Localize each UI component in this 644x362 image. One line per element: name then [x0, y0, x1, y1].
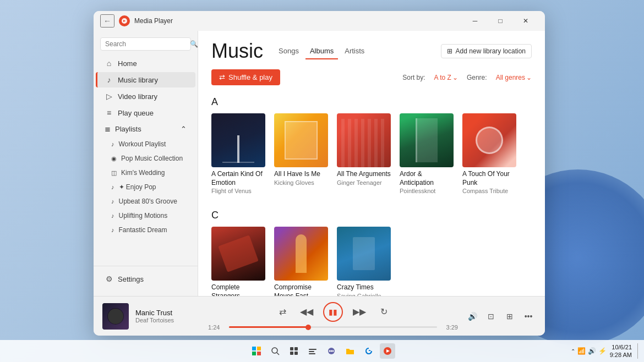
- previous-button[interactable]: ◀◀: [299, 304, 314, 320]
- cover-art: [274, 227, 328, 281]
- svg-point-15: [329, 350, 331, 352]
- taskview-button[interactable]: [286, 343, 302, 359]
- playlist-label: Fantastic Dream: [119, 226, 167, 234]
- album-card[interactable]: All The Arguments Ginger Teenager: [337, 113, 391, 194]
- genre-value-button[interactable]: All genres ⌄: [496, 74, 532, 81]
- album-artist: Compass Tribute: [462, 188, 516, 194]
- now-playing-controls-area: ⇄ ◀◀ ▮▮ ▶▶ ↻ 1:24 3:29: [208, 302, 458, 331]
- volume-icon[interactable]: 🔊: [588, 347, 596, 355]
- album-artist: Ginger Teenager: [337, 179, 391, 186]
- album-title: Crazy Times: [337, 283, 391, 292]
- album-artist: Kicking Gloves: [274, 179, 328, 186]
- shuffle-play-button[interactable]: ⇄ Shuffle & play: [211, 69, 280, 85]
- album-card[interactable]: Complete Strangers Corbin Revival: [211, 227, 265, 296]
- next-button[interactable]: ▶▶: [352, 304, 367, 320]
- sidebar-item-settings[interactable]: ⚙ Settings: [96, 271, 195, 287]
- now-playing-track-info: Manic Trust Deaf Tortoises: [135, 309, 201, 323]
- edge-button[interactable]: [361, 343, 376, 359]
- search-box[interactable]: 🔍: [100, 37, 191, 51]
- sort-value-button[interactable]: A to Z ⌄: [434, 74, 458, 81]
- album-title: Compromise Moves Fast: [274, 283, 328, 296]
- album-card[interactable]: A Certain Kind Of Emotion Flight of Venu…: [211, 113, 265, 194]
- cast-button[interactable]: ⊡: [483, 309, 499, 324]
- album-title: All I Have Is Me: [274, 170, 328, 179]
- repeat-button[interactable]: ↻: [376, 304, 391, 320]
- chat-button[interactable]: [324, 343, 339, 359]
- album-card[interactable]: Compromise Moves Fast Pete Brown: [274, 227, 328, 296]
- content-toolbar: ⇄ Shuffle & play Sort by: A to Z ⌄ Genre…: [198, 63, 545, 90]
- shuffle-button[interactable]: ⇄: [275, 304, 290, 320]
- sidebar-playlist-80s[interactable]: ♪ Upbeat 80's Groove: [96, 195, 195, 208]
- playlist-icon: ♪: [111, 227, 114, 233]
- media-player-taskbar-button[interactable]: [380, 343, 395, 359]
- playlist-label: Workout Playlist: [119, 140, 166, 148]
- svg-rect-13: [309, 353, 315, 354]
- volume-button[interactable]: 🔊: [465, 309, 480, 324]
- album-title: A Touch Of Your Punk: [462, 170, 516, 187]
- cover-art: [211, 227, 265, 281]
- section-letter-a: A: [211, 96, 532, 108]
- search-input[interactable]: [105, 40, 188, 48]
- tab-artists[interactable]: Artists: [340, 43, 369, 59]
- album-info: Complete Strangers Corbin Revival: [211, 283, 265, 296]
- sidebar-playlist-wedding[interactable]: ◫ Kim's Wedding: [96, 166, 195, 179]
- album-card[interactable]: Crazy Times Saving Gabrielle: [337, 227, 391, 296]
- wifi-icon[interactable]: 📶: [577, 347, 586, 355]
- sidebar-playlist-pop[interactable]: ◉ Pop Music Collection: [96, 152, 195, 165]
- playlist-label: Upbeat 80's Groove: [119, 198, 177, 205]
- progress-thumb: [305, 325, 311, 330]
- sidebar-playlist-enjoy-pop[interactable]: ♪ ✦ Enjoy Pop: [96, 180, 195, 194]
- album-card[interactable]: All I Have Is Me Kicking Gloves: [274, 113, 328, 194]
- clock[interactable]: 10/6/21 9:28 AM: [610, 343, 632, 359]
- album-info: Compromise Moves Fast Pete Brown: [274, 283, 328, 296]
- sidebar-item-home[interactable]: ⌂ Home: [96, 56, 195, 71]
- minimize-button[interactable]: ─: [462, 11, 488, 31]
- shuffle-label: Shuffle & play: [228, 73, 272, 81]
- sidebar-playlist-motions[interactable]: ♪ Uplifting Motions: [96, 209, 195, 222]
- close-button[interactable]: ✕: [513, 11, 538, 31]
- sidebar-playlist-workout[interactable]: ♪ Workout Playlist: [96, 138, 195, 151]
- section-letter-c: C: [211, 210, 532, 221]
- battery-icon[interactable]: ⚡: [598, 347, 607, 355]
- playlists-header[interactable]: ≣ Playlists ⌃: [96, 122, 195, 136]
- chevron-up-icon: ⌃: [181, 125, 187, 133]
- tab-songs[interactable]: Songs: [274, 43, 303, 59]
- back-button[interactable]: ←: [100, 14, 114, 28]
- file-explorer-button[interactable]: [342, 343, 358, 359]
- svg-rect-12: [309, 351, 314, 352]
- cover-art: [337, 227, 391, 281]
- chevron-up-icon[interactable]: ⌃: [571, 348, 575, 354]
- maximize-button[interactable]: □: [488, 11, 513, 31]
- miniplayer-button[interactable]: ⊞: [502, 309, 517, 324]
- add-library-button[interactable]: ⊞ Add new library location: [441, 44, 532, 58]
- start-button[interactable]: [249, 343, 264, 359]
- svg-rect-1: [252, 347, 256, 350]
- album-card[interactable]: Ardor & Anticipation Pointlessknot: [400, 113, 454, 194]
- sidebar-item-music-library[interactable]: ♪ Music library: [96, 72, 195, 87]
- content-header: Music Songs Albums Artists ⊞ Add new: [198, 31, 545, 63]
- now-playing-bar: Manic Trust Deaf Tortoises ⇄ ◀◀ ▮▮ ▶▶ ↻ …: [94, 296, 545, 336]
- sidebar-item-video-library[interactable]: ▷ Video library: [96, 89, 195, 104]
- more-options-button[interactable]: •••: [521, 309, 536, 324]
- date-display: 10/6/21: [610, 343, 632, 351]
- progress-bar[interactable]: [229, 326, 437, 328]
- sidebar-item-play-queue[interactable]: ≡ Play queue: [96, 105, 195, 120]
- genre-label: Genre:: [467, 74, 487, 81]
- album-info: All The Arguments Ginger Teenager: [337, 170, 391, 186]
- pause-button[interactable]: ▮▮: [323, 302, 343, 322]
- sidebar-playlist-dream[interactable]: ♪ Fantastic Dream: [96, 223, 195, 237]
- window-controls: ─ □ ✕: [462, 11, 538, 31]
- album-card[interactable]: A Touch Of Your Punk Compass Tribute: [462, 113, 516, 194]
- sidebar-bottom: ⚙ Settings: [94, 266, 198, 292]
- playlist-icon: ♪: [111, 184, 114, 190]
- show-desktop-button[interactable]: [637, 343, 640, 359]
- search-taskbar-button[interactable]: [268, 343, 283, 359]
- album-title: A Certain Kind Of Emotion: [211, 170, 265, 187]
- svg-rect-9: [290, 352, 293, 355]
- nav-tabs: Songs Albums Artists: [274, 43, 369, 59]
- tab-albums[interactable]: Albums: [305, 43, 338, 59]
- add-library-icon: ⊞: [447, 47, 452, 55]
- svg-rect-2: [257, 347, 261, 350]
- playlist-icon: ◉: [111, 155, 117, 162]
- widgets-button[interactable]: [305, 343, 320, 359]
